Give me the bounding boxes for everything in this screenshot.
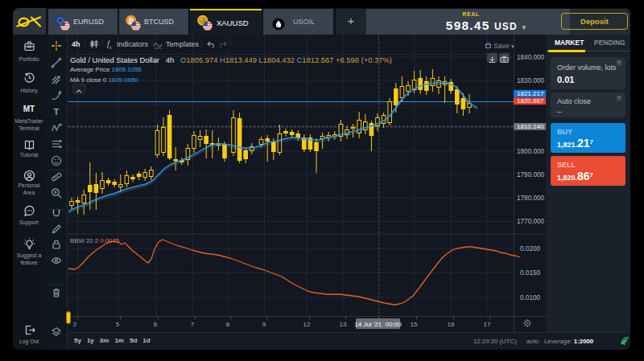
svg-text:1800.000: 1800.000 — [517, 148, 545, 155]
svg-text:1770.000: 1770.000 — [517, 218, 545, 225]
svg-text:1830.000: 1830.000 — [517, 77, 545, 84]
svg-text:1780.000: 1780.000 — [517, 195, 545, 202]
svg-text:13: 13 — [340, 321, 347, 328]
svg-text:17: 17 — [484, 321, 491, 328]
svg-text:8: 8 — [226, 321, 230, 328]
svg-text:7: 7 — [191, 321, 195, 328]
svg-text:1840.000: 1840.000 — [517, 54, 545, 61]
svg-text:12: 12 — [303, 321, 311, 328]
svg-text:1810.240: 1810.240 — [517, 123, 544, 130]
svg-text:16: 16 — [448, 321, 455, 328]
svg-text:1790.000: 1790.000 — [517, 171, 545, 178]
svg-text:0.0150: 0.0150 — [520, 269, 540, 277]
svg-text:0.0100: 0.0100 — [520, 294, 540, 302]
svg-text:1821.217: 1821.217 — [517, 90, 544, 97]
svg-text:0.0200: 0.0200 — [520, 245, 540, 252]
svg-text:6: 6 — [154, 321, 158, 328]
svg-text:1820.867: 1820.867 — [517, 97, 544, 105]
svg-text:2: 2 — [73, 321, 77, 328]
svg-text:5: 5 — [116, 321, 120, 328]
svg-text:9: 9 — [262, 321, 266, 328]
svg-text:15: 15 — [411, 321, 418, 328]
svg-text:14 Jul '21 00:00: 14 Jul '21 00:00 — [354, 321, 402, 328]
svg-text:T: T — [54, 107, 60, 117]
